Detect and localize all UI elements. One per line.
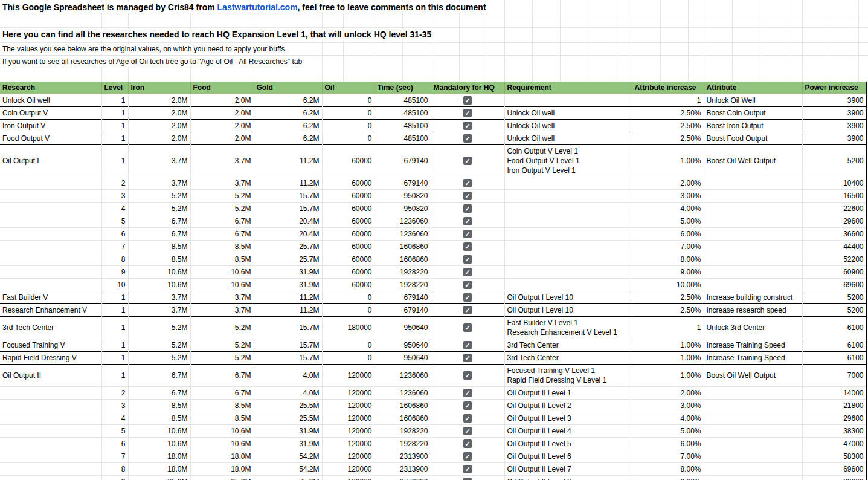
cell-level[interactable]: 1: [101, 106, 128, 119]
cell-gold[interactable]: 15.7M: [254, 316, 322, 339]
cell-gold[interactable]: 31.9M: [254, 265, 322, 278]
cell-time[interactable]: 1928220: [375, 424, 431, 437]
cell-requirement[interactable]: Oil Output II Level 6: [504, 450, 632, 462]
column-header-gold[interactable]: Gold: [254, 82, 322, 94]
note-managed-by[interactable]: This Google Spreadsheet is managed by Cr…: [0, 2, 489, 13]
column-header-oil[interactable]: Oil: [322, 82, 375, 94]
cell-power-increase[interactable]: 10400: [802, 177, 866, 189]
cell-time[interactable]: 1928220: [375, 265, 431, 278]
mandatory-checkbox[interactable]: ✓: [463, 192, 472, 200]
cell-attribute[interactable]: [704, 475, 802, 480]
column-header-requirement[interactable]: Requirement: [504, 82, 632, 94]
cell-attribute-increase[interactable]: 3.00%: [632, 399, 704, 412]
cell-attribute-increase[interactable]: 1.00%: [632, 351, 704, 364]
cell-iron[interactable]: 5.2M: [128, 316, 190, 339]
cell-power-increase[interactable]: 82900: [802, 475, 866, 480]
cell-oil[interactable]: 120000: [322, 399, 375, 412]
cell-requirement[interactable]: Oil Output II Level 4: [504, 424, 632, 437]
cell-research[interactable]: Oil Output I: [0, 144, 101, 177]
cell-power-increase[interactable]: 5200: [802, 144, 866, 177]
cell-time[interactable]: 485100: [375, 119, 431, 132]
cell-mandatory-for-hq[interactable]: ✓: [431, 189, 504, 202]
cell-level[interactable]: 8: [101, 253, 128, 265]
cell-oil[interactable]: 120000: [322, 424, 375, 437]
cell-requirement[interactable]: Oil Output I Level 10: [504, 303, 632, 316]
cell-attribute-increase[interactable]: 8.00%: [632, 462, 704, 475]
column-header-time[interactable]: Time (sec): [375, 82, 431, 94]
mandatory-checkbox[interactable]: ✓: [463, 354, 472, 362]
cell-power-increase[interactable]: 3900: [802, 94, 866, 106]
cell-level[interactable]: 1: [101, 364, 128, 386]
cell-iron[interactable]: 5.2M: [128, 339, 190, 351]
cell-level[interactable]: 7: [101, 240, 128, 253]
column-header-research[interactable]: Research: [0, 82, 101, 94]
cell-research[interactable]: Food Output V: [0, 132, 101, 144]
cell-attribute-increase[interactable]: 2.50%: [632, 303, 704, 316]
cell-mandatory-for-hq[interactable]: ✓: [431, 106, 504, 119]
mandatory-checkbox[interactable]: ✓: [463, 401, 472, 410]
cell-attribute-increase[interactable]: 1.00%: [632, 144, 704, 177]
cell-requirement[interactable]: Unlock Oil well: [504, 132, 632, 144]
cell-oil[interactable]: 60000: [322, 240, 375, 253]
cell-food[interactable]: 5.2M: [190, 202, 254, 215]
cell-level[interactable]: 1: [101, 119, 128, 132]
cell-research[interactable]: [0, 386, 101, 399]
mandatory-checkbox[interactable]: ✓: [463, 109, 472, 117]
mandatory-checkbox[interactable]: ✓: [463, 179, 472, 187]
cell-research[interactable]: Coin Output V: [0, 106, 101, 119]
cell-time[interactable]: 950640: [375, 339, 431, 351]
cell-time[interactable]: 1236060: [375, 227, 431, 240]
cell-research[interactable]: [0, 215, 101, 227]
cell-oil[interactable]: 0: [322, 303, 375, 316]
cell-iron[interactable]: 2.0M: [128, 106, 190, 119]
cell-gold[interactable]: 11.2M: [254, 144, 322, 177]
cell-power-increase[interactable]: 29600: [802, 412, 866, 424]
cell-attribute-increase[interactable]: 10.00%: [632, 278, 704, 291]
cell-food[interactable]: 2.0M: [190, 119, 254, 132]
cell-attribute-increase[interactable]: 9.00%: [632, 475, 704, 480]
cell-oil[interactable]: 0: [322, 119, 375, 132]
cell-food[interactable]: 3.7M: [190, 303, 254, 316]
cell-power-increase[interactable]: 6100: [802, 351, 866, 364]
cell-level[interactable]: 6: [101, 437, 128, 450]
cell-oil[interactable]: 0: [322, 291, 375, 303]
cell-level[interactable]: 9: [101, 475, 128, 480]
cell-attribute[interactable]: Boost Oil Well Output: [704, 364, 802, 386]
cell-level[interactable]: 1: [101, 351, 128, 364]
cell-requirement[interactable]: Oil Output II Level 8: [504, 475, 632, 480]
cell-iron[interactable]: 18.0M: [128, 462, 190, 475]
cell-food[interactable]: 6.7M: [190, 227, 254, 240]
cell-research[interactable]: Unlock Oil well: [0, 94, 101, 106]
cell-requirement[interactable]: Oil Output II Level 3: [504, 412, 632, 424]
cell-time[interactable]: 485100: [375, 132, 431, 144]
cell-iron[interactable]: 18.0M: [128, 450, 190, 462]
cell-oil[interactable]: 120000: [322, 364, 375, 386]
cell-research[interactable]: [0, 240, 101, 253]
mandatory-checkbox[interactable]: ✓: [463, 478, 472, 480]
cell-power-increase[interactable]: 6100: [802, 316, 866, 339]
cell-attribute-increase[interactable]: 1.00%: [632, 364, 704, 386]
mandatory-checkbox[interactable]: ✓: [463, 204, 472, 213]
cell-iron[interactable]: 2.0M: [128, 132, 190, 144]
cell-attribute[interactable]: Boost Oil Well Output: [704, 144, 802, 177]
cell-research[interactable]: [0, 177, 101, 189]
cell-attribute-increase[interactable]: 2.50%: [632, 132, 704, 144]
cell-level[interactable]: 6: [101, 227, 128, 240]
cell-time[interactable]: 485100: [375, 106, 431, 119]
cell-requirement[interactable]: Unlock Oil well: [504, 119, 632, 132]
cell-food[interactable]: 5.2M: [190, 316, 254, 339]
cell-attribute-increase[interactable]: 2.00%: [632, 386, 704, 399]
cell-gold[interactable]: 6.2M: [254, 106, 322, 119]
cell-level[interactable]: 4: [101, 202, 128, 215]
cell-food[interactable]: 8.5M: [190, 399, 254, 412]
cell-time[interactable]: 2313900: [375, 450, 431, 462]
cell-attribute-increase[interactable]: 5.00%: [632, 215, 704, 227]
cell-oil[interactable]: 120000: [322, 386, 375, 399]
cell-attribute[interactable]: Unlock Oil Well: [704, 94, 802, 106]
cell-time[interactable]: 1606860: [375, 412, 431, 424]
cell-iron[interactable]: 5.2M: [128, 189, 190, 202]
cell-oil[interactable]: 0: [322, 339, 375, 351]
cell-requirement[interactable]: Fast Builder V Level 1 Research Enhancem…: [504, 316, 632, 339]
cell-level[interactable]: 8: [101, 462, 128, 475]
cell-mandatory-for-hq[interactable]: ✓: [431, 94, 504, 106]
